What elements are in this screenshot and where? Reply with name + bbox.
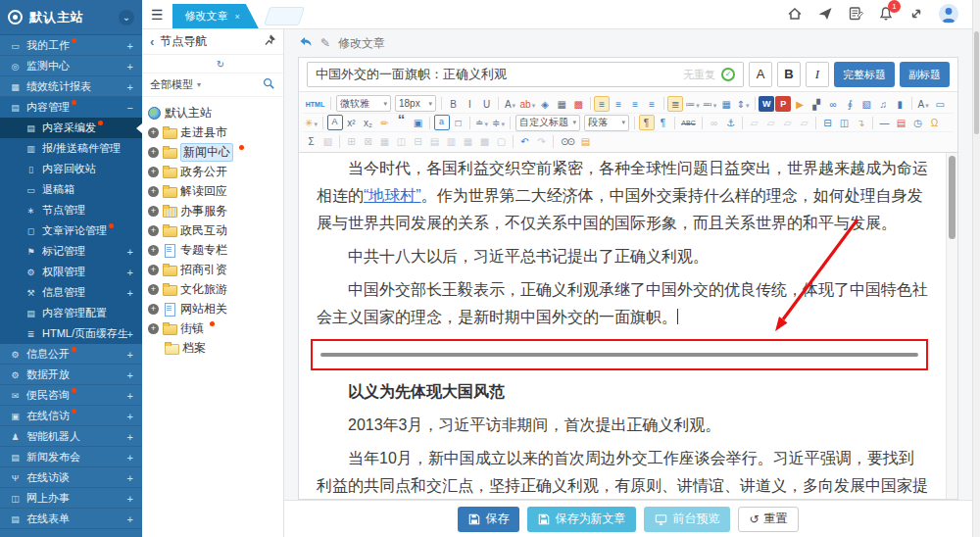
save-as-new-button[interactable]: 保存为新文章 (527, 507, 636, 532)
remove-indent-button[interactable]: ¶ (656, 115, 671, 130)
tree-node[interactable]: + 网站相关 (145, 299, 280, 318)
special-char-button[interactable]: Ω (927, 115, 943, 130)
align-right-button[interactable]: ≡ (627, 96, 643, 112)
qrcode-button[interactable]: ▞ (808, 96, 824, 112)
expand-icon[interactable]: + (148, 284, 159, 295)
paste-board-button[interactable]: ▤ (578, 133, 594, 149)
sidebar-item[interactable]: ▤ 内容采编发 (0, 118, 142, 138)
table-style-button[interactable]: ▩ (477, 133, 493, 149)
blockquote-button[interactable]: “ (394, 115, 410, 130)
quick-send-icon[interactable] (817, 6, 833, 22)
align-center-button[interactable]: ≡ (611, 96, 626, 112)
site-switcher[interactable]: 默认主站 ⌄ (0, 0, 142, 35)
sidebar-item[interactable]: ▤ 新闻发布会 + (0, 447, 142, 467)
tab-edit-article[interactable]: 修改文章 × (172, 4, 259, 28)
import-pdf-button[interactable]: P (775, 96, 791, 112)
title-color-button[interactable]: A (749, 62, 772, 87)
expand-icon[interactable]: + (148, 206, 159, 217)
image-right-button[interactable]: ▱ (780, 115, 796, 130)
sidebar-item[interactable]: ⚙ 数据开放 + (0, 365, 142, 385)
expand-icon[interactable]: + (148, 323, 159, 334)
table-cell-button[interactable]: ▦ (461, 133, 476, 149)
table-delete-row-button[interactable]: ⊟ (411, 133, 426, 149)
page-scrollbar[interactable] (972, 0, 980, 537)
refresh-icon[interactable]: ↻ (150, 56, 284, 72)
first-line-indent-button[interactable]: ¶ (639, 115, 655, 130)
subtitle-button[interactable]: 副标题 (900, 62, 950, 87)
insert-table-button[interactable]: ▦ (718, 96, 734, 112)
horizontal-rule-button[interactable]: — (877, 115, 893, 130)
full-title-button[interactable]: 完整标题 (834, 62, 895, 87)
ordered-list-button[interactable]: ≔ (684, 96, 701, 112)
sidebar-item[interactable]: ⚑ 标记管理 + (0, 241, 142, 262)
import-word-button[interactable]: W (759, 96, 774, 112)
tree-node[interactable]: + 解读回应 (145, 181, 280, 201)
image-center-button[interactable]: ▱ (763, 115, 779, 130)
search-icon[interactable] (263, 77, 275, 92)
font-size-select[interactable]: 18px▾ (395, 95, 436, 112)
tree-node[interactable]: + 专题专栏 (145, 240, 280, 260)
insert-video-button[interactable]: ▮ (892, 96, 907, 112)
sidebar-item[interactable]: ▭ 我的工作 + (0, 35, 142, 56)
sidebar-item[interactable]: ▭ 退稿箱 (0, 179, 142, 200)
unlink-button[interactable]: ∞ (707, 115, 722, 130)
expand-icon[interactable]: + (148, 245, 159, 256)
insert-media-button[interactable]: ▶ (792, 96, 808, 112)
title-italic-button[interactable]: I (806, 62, 829, 87)
sidebar-item[interactable]: ◫ 网上办事 + (0, 488, 142, 509)
save-button[interactable]: 保存 (458, 507, 519, 532)
article-title-field[interactable]: 无重复 ✓ (307, 62, 744, 87)
expand-icon[interactable]: + (148, 147, 159, 158)
undo-button[interactable]: ↶ (517, 133, 533, 149)
table-caption-button[interactable]: ▢ (494, 133, 510, 149)
bold-button[interactable]: B (446, 96, 462, 112)
expand-icon[interactable]: + (148, 127, 159, 138)
table-delete-button[interactable]: ⊠ (361, 133, 376, 149)
unordered-list-button[interactable]: ≕ (702, 96, 718, 112)
sidebar-item[interactable]: ✉ 便民咨询 + (0, 385, 142, 406)
page-scrollbar-thumb[interactable] (974, 31, 979, 134)
char-border-button[interactable]: A (327, 115, 343, 130)
table-merge-button[interactable]: ▦ (377, 133, 393, 149)
sidebar-item[interactable]: ♟ 智能机器人 + (0, 426, 142, 447)
full-page-button[interactable]: ▭ (932, 96, 948, 112)
insert-date-button[interactable]: ▤ (894, 115, 909, 130)
format-painter-button[interactable]: ✏ (377, 115, 393, 130)
superscript-button[interactable]: x² (344, 115, 360, 130)
expand-icon[interactable]: + (148, 167, 159, 177)
insert-image-button[interactable]: ▧ (858, 96, 874, 112)
table-insert-row-button[interactable]: ⊞ (344, 133, 360, 149)
sidebar-item[interactable]: ∗ 节点管理 (0, 200, 142, 220)
chevron-down-icon[interactable]: ⌄ (119, 10, 134, 25)
preview-button[interactable]: 前台预览 (644, 507, 730, 532)
align-justify-button[interactable]: ≡ (644, 96, 660, 112)
paste-plain-button[interactable]: ▣ (411, 115, 426, 130)
tree-node[interactable]: + 走进县市 (145, 122, 280, 142)
model-filter-select[interactable]: 全部模型 (150, 77, 193, 92)
tree-node[interactable]: + 文化旅游 (145, 279, 280, 299)
notes-icon[interactable] (848, 6, 863, 22)
paragraph-select[interactable]: 段落▾ (584, 115, 629, 131)
tree-node[interactable]: + 办事服务 (145, 201, 280, 220)
expand-icon[interactable]: + (148, 186, 159, 197)
subscript-button[interactable]: x₂ (361, 115, 376, 130)
align-left-button[interactable]: ≡ (594, 96, 610, 112)
highlight-color-button[interactable]: ab (519, 96, 537, 112)
hyperlink-button[interactable]: ∞ (825, 96, 841, 112)
user-avatar[interactable] (939, 4, 958, 24)
spellcheck-button[interactable]: ABC (679, 115, 699, 130)
tree-node[interactable]: + 政民互动 (145, 220, 280, 240)
italic-button[interactable]: I (463, 96, 478, 112)
node-search-input[interactable] (205, 79, 259, 91)
sidebar-item[interactable]: ▣ 在线信访 + (0, 406, 142, 426)
sidebar-item[interactable]: ⚒ 信息管理 + (0, 282, 142, 303)
collapse-panel-icon[interactable]: ‹ (150, 34, 154, 49)
justify-both-button[interactable]: ≣ (667, 96, 683, 112)
anchor-name-button[interactable]: a (434, 115, 450, 130)
sidebar-item[interactable]: ▦ 绩效统计报表 + (0, 76, 142, 97)
pin-icon[interactable] (264, 34, 275, 49)
sidebar-item[interactable]: ⚙ 信息公开 + (0, 344, 142, 365)
attachment-button[interactable]: ∮ (842, 96, 858, 112)
underline-button[interactable]: U (479, 96, 495, 112)
article-title-input[interactable] (316, 68, 677, 82)
